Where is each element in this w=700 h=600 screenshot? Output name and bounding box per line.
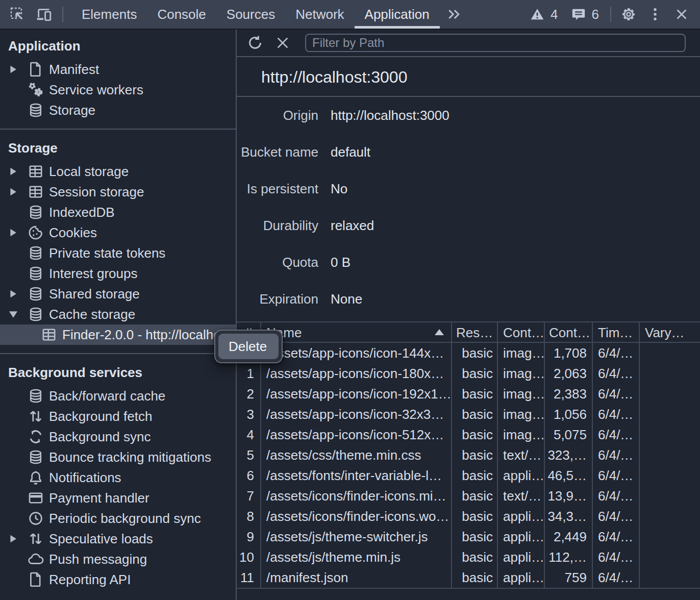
cell-content-length: 1,708 [545, 343, 593, 363]
tab-console[interactable]: Console [147, 0, 216, 29]
sidebar-item-reporting-api[interactable]: Reporting API [0, 569, 236, 590]
expand-arrow-right-icon[interactable] [8, 290, 18, 298]
table-row[interactable]: 9/assets/js/theme-switcher.jsbasicappli…… [237, 527, 700, 547]
table-row[interactable]: 1/assets/app-icons/icon-180x…basicimag…2… [237, 363, 700, 384]
table-row[interactable]: 4/assets/app-icons/icon-512x…basicimag…5… [237, 424, 700, 445]
sidebar-item-back-forward-cache[interactable]: Back/forward cache [0, 386, 236, 406]
column-header-label: Tim… [598, 325, 633, 340]
bell-icon [28, 469, 44, 486]
cell-vary-header [640, 506, 700, 527]
column-header-label: Res… [456, 325, 493, 340]
cell-number: 10 [237, 547, 261, 567]
more-tabs-button[interactable] [440, 0, 468, 29]
devtools-window: ElementsConsoleSourcesNetworkApplication… [0, 0, 700, 600]
metadata-label: Quota [237, 255, 318, 270]
table-row[interactable]: 8/assets/icons/finder-icons.wo…basicappl… [237, 506, 700, 527]
cell-response-type: basic [452, 547, 498, 567]
table-row[interactable]: 2/assets/app-icons/icon-192x1…basicimag…… [237, 384, 700, 404]
sidebar-item-shared-storage[interactable]: Shared storage [0, 284, 236, 304]
close-devtools-button[interactable] [668, 1, 695, 28]
table-header-row: #NameRes…Cont…Cont…Tim…Vary… [237, 322, 700, 343]
column-header-vary-header[interactable]: Vary… [640, 322, 700, 342]
table-row[interactable]: 0/assets/app-icons/icon-144x…basicimag…1… [237, 343, 700, 363]
cell-number: 8 [237, 506, 261, 527]
clear-filter-button[interactable] [272, 33, 293, 53]
expand-arrow-right-icon[interactable] [8, 535, 18, 543]
tab-application[interactable]: Application [355, 0, 440, 29]
table-row[interactable]: 6/assets/fonts/inter-variable-l…basicapp… [237, 465, 700, 486]
sidebar-item-bounce-tracking-mitigations[interactable]: Bounce tracking mitigations [0, 447, 236, 467]
sidebar-item-local-storage[interactable]: Local storage [0, 161, 236, 182]
sidebar-item-label: Private state tokens [49, 245, 165, 261]
cell-number: 11 [237, 567, 261, 588]
column-header-response-type[interactable]: Res… [452, 322, 498, 342]
cell-content-type: appli… [498, 506, 545, 527]
sidebar-item-cookies[interactable]: Cookies [0, 222, 236, 243]
expand-arrow-right-icon[interactable] [8, 65, 18, 73]
console-messages-badge[interactable]: 6 [564, 6, 605, 22]
cell-name: /assets/app-icons/icon-32x3… [261, 404, 452, 424]
column-header-name[interactable]: Name [261, 322, 452, 342]
metadata-value: No [331, 181, 347, 197]
tab-elements[interactable]: Elements [71, 0, 147, 29]
expand-arrow-right-icon[interactable] [8, 229, 18, 237]
cell-response-type: basic [452, 486, 498, 506]
sidebar-item-private-state-tokens[interactable]: Private state tokens [0, 243, 236, 263]
sidebar-item-label: Shared storage [49, 286, 140, 302]
sidebar-item-interest-groups[interactable]: Interest groups [0, 263, 236, 284]
sidebar-item-background-fetch[interactable]: Background fetch [0, 406, 236, 427]
sidebar-item-cache-storage[interactable]: Cache storage [0, 304, 236, 324]
sidebar-item-notifications[interactable]: Notifications [0, 467, 236, 488]
expand-arrow-right-icon[interactable] [8, 167, 18, 176]
tab-network[interactable]: Network [285, 0, 354, 29]
table-row[interactable]: 3/assets/app-icons/icon-32x3…basicimag…1… [237, 404, 700, 424]
sidebar-item-finder-2-0-0-http-localhost-3000[interactable]: Finder-2.0.0 - http://localhost:3000 [0, 324, 236, 345]
warnings-badge[interactable]: 4 [523, 6, 564, 22]
metadata-label: Origin [237, 108, 318, 123]
settings-button[interactable] [615, 1, 642, 28]
column-header-label: Cont… [503, 325, 544, 340]
sidebar-item-label: Cache storage [49, 307, 135, 322]
expand-arrow-down-icon[interactable] [8, 310, 18, 319]
cell-time-cached: 6/4/… [593, 527, 640, 547]
table-row[interactable]: 5/assets/css/theme.min.cssbasictext/…323… [237, 445, 700, 465]
sidebar-items: Back/forward cacheBackground fetchBackgr… [0, 386, 236, 590]
tab-sources[interactable]: Sources [216, 0, 285, 29]
sidebar-item-session-storage[interactable]: Session storage [0, 182, 236, 202]
database-icon [28, 265, 44, 282]
table-row[interactable]: 10/assets/js/theme.min.jsbasicappli…112,… [237, 547, 700, 567]
column-header-time-cached[interactable]: Tim… [593, 322, 640, 342]
cell-time-cached: 6/4/… [593, 384, 640, 404]
sidebar-item-speculative-loads[interactable]: Speculative loads [0, 529, 236, 549]
sidebar-item-payment-handler[interactable]: Payment handler [0, 488, 236, 508]
sidebar-item-label: Local storage [49, 164, 129, 180]
column-header-content-type[interactable]: Cont… [498, 322, 545, 342]
refresh-button[interactable] [245, 33, 265, 53]
expand-arrow-right-icon[interactable] [8, 188, 18, 196]
sidebar-item-indexeddb[interactable]: IndexedDB [0, 202, 236, 222]
cell-content-type: imag… [498, 424, 545, 445]
sidebar-section-title: Background services [0, 362, 236, 383]
sidebar-item-background-sync[interactable]: Background sync [0, 427, 236, 447]
filter-by-path-input[interactable] [305, 34, 686, 52]
sidebar-item-push-messaging[interactable]: Push messaging [0, 549, 236, 569]
cell-content-length: 112,… [545, 547, 593, 567]
cache-entries-table: #NameRes…Cont…Cont…Tim…Vary… 0/assets/ap… [237, 321, 700, 589]
sidebar-item-periodic-background-sync[interactable]: Periodic background sync [0, 508, 236, 529]
customize-devtools-button[interactable] [642, 1, 668, 28]
cell-number: 9 [237, 527, 261, 547]
inspect-element-button[interactable] [4, 1, 31, 28]
arrow-up-down-icon [28, 531, 44, 547]
device-toolbar-button[interactable] [31, 1, 57, 28]
tab-label: Sources [227, 7, 275, 22]
column-header-content-length[interactable]: Cont… [545, 322, 593, 342]
sidebar-item-service-workers[interactable]: Service workers [0, 80, 236, 100]
sidebar-item-storage[interactable]: Storage [0, 100, 236, 120]
table-icon [41, 327, 57, 343]
sidebar-item-manifest[interactable]: Manifest [0, 59, 236, 80]
cookie-icon [28, 224, 44, 241]
context-menu-item-delete[interactable]: Delete [218, 334, 279, 359]
table-row[interactable]: 7/assets/icons/finder-icons.mi…basictext… [237, 486, 700, 506]
table-row[interactable]: 11/manifest.jsonbasicappli…7596/4/… [237, 567, 700, 588]
sidebar-item-label: Back/forward cache [49, 388, 165, 404]
